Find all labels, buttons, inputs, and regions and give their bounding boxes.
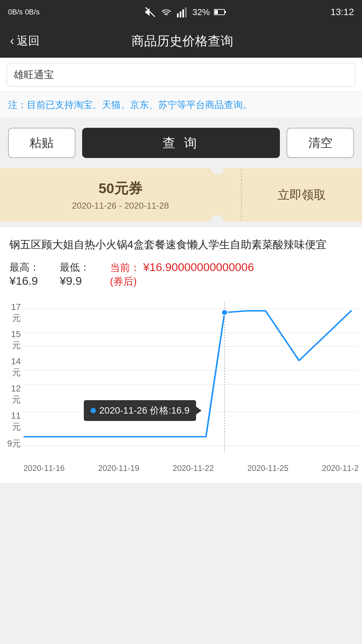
battery-icon <box>214 9 226 15</box>
time-display: 13:12 <box>330 7 354 17</box>
product-name: 钢五区顾大姐自热小火锅4盒套餐速食懒人学生自助素菜酸辣味便宜 <box>9 236 353 253</box>
x-label-1122: 2020-11-22 <box>173 464 214 473</box>
page-title: 商品历史价格查询 <box>40 33 325 50</box>
price-current: 当前： ¥16.90000000000006 (券后) <box>110 261 254 288</box>
x-label-1119: 2020-11-19 <box>98 464 139 473</box>
back-arrow-icon: ‹ <box>10 34 14 48</box>
query-button[interactable]: 查 询 <box>82 128 280 158</box>
clear-button[interactable]: 清空 <box>287 128 354 158</box>
price-current-value: ¥16.90000000000006 <box>143 261 254 273</box>
paste-button[interactable]: 粘贴 <box>8 128 75 158</box>
svg-rect-7 <box>225 11 226 13</box>
chart-area: 17元 15元 14元 12元 11元 9元 <box>0 295 362 483</box>
svg-rect-1 <box>177 13 179 17</box>
coupon-card: 50元券 2020-11-26 - 2020-11-28 立即领取 <box>0 168 362 222</box>
notice-bar: 注：目前已支持淘宝、天猫、京东、苏宁等平台商品查询。 <box>0 92 362 118</box>
search-input[interactable] <box>7 63 355 87</box>
y-label-15: 15元 <box>3 329 23 351</box>
mute-icon <box>144 6 156 18</box>
coupon-left: 50元券 2020-11-26 - 2020-11-28 <box>0 169 242 221</box>
price-chart-svg <box>23 302 359 453</box>
signal-icon <box>176 6 188 18</box>
x-label-1125: 2020-11-25 <box>247 464 289 473</box>
coupon-date: 2020-11-26 - 2020-11-28 <box>72 201 169 211</box>
nav-bar: ‹ 返回 商品历史价格查询 <box>0 24 362 58</box>
coupon-right[interactable]: 立即领取 <box>242 180 362 210</box>
tooltip-text: 2020-11-26 价格:16.9 <box>99 404 189 417</box>
coupon-amount: 50元券 <box>99 179 142 198</box>
chart-container: 17元 15元 14元 12元 11元 9元 <box>23 302 359 470</box>
back-button[interactable]: ‹ 返回 <box>10 33 40 49</box>
status-icons: 32% <box>144 6 226 18</box>
svg-rect-4 <box>185 7 187 17</box>
network-status: 0B/s 0B/s <box>8 7 40 17</box>
tooltip-arrow <box>196 407 201 415</box>
y-label-17: 17元 <box>3 302 23 324</box>
y-label-12: 12元 <box>3 383 23 406</box>
price-current-line1: 当前： ¥16.90000000000006 <box>110 261 254 275</box>
svg-point-16 <box>222 310 228 315</box>
price-high: 最高： ¥16.9 <box>9 261 40 287</box>
svg-rect-3 <box>182 9 184 17</box>
svg-rect-2 <box>180 11 181 17</box>
x-label-112: 2020-11-2 <box>322 464 359 473</box>
wifi-icon <box>160 6 172 18</box>
svg-rect-6 <box>215 10 218 14</box>
y-label-9: 9元 <box>3 438 23 449</box>
battery-level: 32% <box>192 7 210 17</box>
y-label-14: 14元 <box>3 356 23 378</box>
status-bar: 0B/s 0B/s 32% 13:12 <box>0 0 362 24</box>
price-current-label: 当前： <box>110 262 140 273</box>
chart-tooltip: 2020-11-26 价格:16.9 <box>84 400 196 421</box>
y-axis: 17元 15元 14元 12元 11元 9元 <box>3 302 23 449</box>
x-label-1116: 2020-11-16 <box>23 464 65 473</box>
coupon-claim-label[interactable]: 立即领取 <box>278 187 326 203</box>
x-axis: 2020-11-16 2020-11-19 2020-11-22 2020-11… <box>23 456 359 473</box>
price-low-value: ¥9.9 <box>60 274 90 287</box>
price-coupon-note: (券后) <box>110 275 254 288</box>
price-low: 最低： ¥9.9 <box>60 261 90 287</box>
price-high-label: 最高： <box>9 261 40 274</box>
price-high-value: ¥16.9 <box>9 274 40 287</box>
price-low-label: 最低： <box>60 261 90 274</box>
product-info: 钢五区顾大姐自热小火锅4盒套餐速食懒人学生自助素菜酸辣味便宜 最高： ¥16.9… <box>0 227 362 295</box>
back-label: 返回 <box>17 33 40 49</box>
search-bar-area <box>0 58 362 92</box>
y-label-11: 11元 <box>3 411 23 433</box>
tooltip-dot <box>90 408 96 413</box>
price-row: 最高： ¥16.9 最低： ¥9.9 当前： ¥16.9000000000000… <box>9 261 353 288</box>
notice-text: 注：目前已支持淘宝、天猫、京东、苏宁等平台商品查询。 <box>8 100 252 110</box>
buttons-row: 粘贴 查 询 清空 <box>0 118 362 168</box>
